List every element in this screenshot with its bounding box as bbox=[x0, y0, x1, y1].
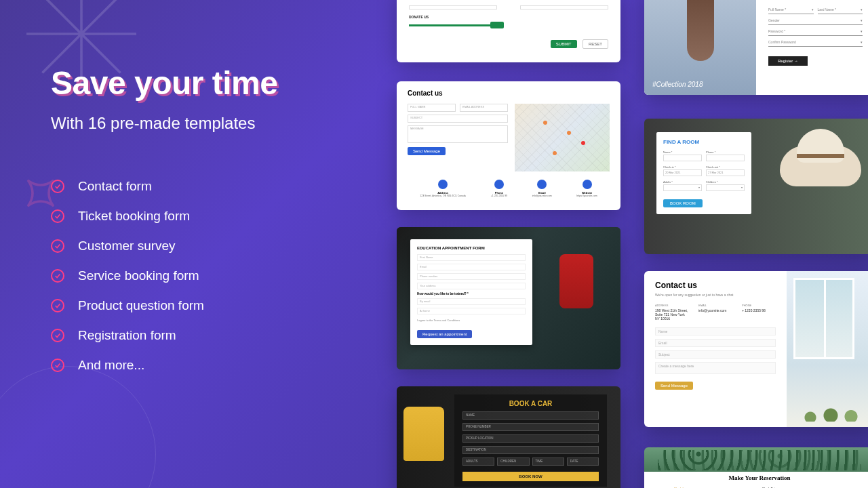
destination-input[interactable]: DESTINATION bbox=[462, 446, 599, 454]
template-contact-form-map: Contact us FULL NAMEEMAIL ADDRESS SUBJEC… bbox=[397, 81, 620, 210]
gender-field[interactable]: Gender bbox=[768, 18, 863, 25]
phone-input[interactable] bbox=[706, 155, 745, 161]
check-icon bbox=[51, 239, 64, 253]
template-contact-form-window: Contact us We're open for any suggestion… bbox=[644, 271, 868, 427]
collection-tag: #Collection 2018 bbox=[652, 81, 703, 88]
fullname-field[interactable]: Full Name * bbox=[768, 7, 814, 14]
info-phone: PHONE+ 1235 2355 98 bbox=[742, 304, 776, 321]
feature-item: And more... bbox=[51, 358, 359, 373]
book-room-button[interactable]: BOOK ROOM bbox=[663, 199, 703, 207]
find-room-title: FIND A ROOM bbox=[663, 139, 745, 145]
subject-input[interactable]: Subject bbox=[655, 350, 776, 359]
book-now-button[interactable]: BOOK NOW bbox=[462, 472, 599, 481]
pickup-input[interactable]: PICKUP LOCATION bbox=[462, 434, 599, 443]
window-photo bbox=[787, 271, 868, 427]
phone-icon bbox=[494, 180, 504, 189]
template-book-car: BOOK A CAR NAME PHONE NUMBER PICKUP LOCA… bbox=[397, 386, 620, 488]
feature-label: And more... bbox=[78, 358, 144, 373]
payable-input[interactable] bbox=[520, 5, 608, 9]
subject-input[interactable]: SUBJECT bbox=[408, 115, 508, 123]
checkout-input[interactable]: 27 Mar 2021 bbox=[706, 169, 745, 176]
contact-map[interactable] bbox=[515, 104, 610, 171]
reset-button[interactable]: RESET bbox=[583, 39, 608, 49]
registration-photo: #Collection 2018 bbox=[644, 0, 756, 95]
feature-label: Contact form bbox=[78, 179, 152, 194]
appointment-title: EDUCATION APPOINTMENT FORM bbox=[417, 246, 526, 250]
car-date-select[interactable]: DATE bbox=[567, 458, 599, 466]
car-name-input[interactable]: NAME bbox=[462, 411, 599, 420]
page-subheadline: With 16 pre-made templates bbox=[51, 114, 359, 133]
feature-label: Product question form bbox=[78, 298, 204, 313]
send-message-button[interactable]: Send Message bbox=[655, 382, 693, 390]
option-home[interactable]: At home bbox=[417, 308, 526, 314]
register-button[interactable]: Register → bbox=[768, 56, 808, 66]
training-question: How would you like to be trained? * bbox=[417, 292, 526, 296]
message-input[interactable]: Create a message here bbox=[655, 362, 776, 374]
feature-item: Service booking form bbox=[51, 268, 359, 283]
phone-input[interactable] bbox=[409, 5, 497, 9]
email-input[interactable]: Email bbox=[417, 264, 526, 270]
car-children-select[interactable]: CHILDREN bbox=[497, 458, 529, 466]
name-input[interactable] bbox=[663, 155, 702, 161]
feature-item: Contact form bbox=[51, 179, 359, 194]
reservation-title: Make Your Reservation bbox=[671, 474, 848, 481]
feature-item: Ticket booking form bbox=[51, 209, 359, 224]
send-message-button[interactable]: Send Message bbox=[408, 147, 446, 155]
location-icon bbox=[438, 180, 448, 189]
contact-email: Emailinfo@yoursite.com bbox=[532, 180, 552, 197]
car-phone-input[interactable]: PHONE NUMBER bbox=[462, 423, 599, 431]
check-icon bbox=[51, 359, 64, 372]
fullname-input[interactable]: FULL NAME bbox=[408, 104, 456, 112]
contact-subtitle: We're open for any suggestion or just to… bbox=[655, 293, 776, 297]
donation-slider[interactable] bbox=[409, 24, 504, 26]
page-headline: Save your time bbox=[51, 64, 359, 102]
check-icon bbox=[51, 299, 64, 312]
car-time-select[interactable]: TIME bbox=[532, 458, 564, 466]
check-icon bbox=[51, 329, 64, 342]
message-input[interactable]: MESSAGE bbox=[408, 125, 508, 143]
phone-input[interactable]: Phone number bbox=[417, 273, 526, 280]
contact-title: Contact us bbox=[408, 89, 610, 97]
feature-item: Registration form bbox=[51, 328, 359, 343]
palm-photo bbox=[658, 450, 861, 470]
request-appointment-button[interactable]: Request an appointment bbox=[417, 330, 472, 338]
contact-website: Websitehttps://yoursite.com bbox=[576, 180, 597, 197]
template-find-room: FIND A ROOM Name *Phone * Check-in *20 M… bbox=[644, 119, 868, 254]
check-icon bbox=[51, 180, 64, 193]
features-list: Contact form Ticket booking form Custome… bbox=[51, 179, 359, 373]
feature-item: Customer survey bbox=[51, 239, 359, 253]
children-select[interactable] bbox=[706, 184, 745, 191]
book-car-title: BOOK A CAR bbox=[462, 400, 599, 407]
email-icon bbox=[537, 180, 547, 189]
template-registration-form: #Collection 2018 REGISTRATION FORM Full … bbox=[644, 0, 868, 95]
car-adults-select[interactable]: ADULTS bbox=[462, 458, 494, 466]
info-email: EMAILinfo@yoursite.com bbox=[698, 304, 732, 321]
template-reservation: Make Your Reservation Check InCheck Out … bbox=[644, 447, 868, 488]
password-field[interactable]: Password * bbox=[768, 29, 863, 36]
submit-button[interactable]: SUBMIT bbox=[551, 40, 577, 48]
confirm-password-field[interactable]: Confirm Password bbox=[768, 40, 863, 47]
option-email[interactable]: By email bbox=[417, 298, 526, 305]
lastname-field[interactable]: Last Name * bbox=[818, 7, 863, 14]
tab-checkin[interactable]: Check In bbox=[671, 485, 760, 488]
feature-item: Product question form bbox=[51, 298, 359, 313]
contact-phone: Phone+1 235 2355 99 bbox=[491, 180, 507, 197]
donate-label: DONATE US bbox=[409, 15, 608, 19]
taxi-photo bbox=[403, 407, 444, 461]
name-input[interactable]: Name bbox=[655, 327, 776, 336]
feature-label: Ticket booking form bbox=[78, 209, 190, 224]
email-input[interactable]: EMAIL ADDRESS bbox=[460, 104, 508, 112]
checkin-input[interactable]: 20 Mar 2021 bbox=[663, 169, 702, 176]
info-address: ADDRESS198 West 21th Street, Suite 721 N… bbox=[655, 304, 689, 321]
email-input[interactable]: Email bbox=[655, 339, 776, 347]
template-donation-form: PHONE NUMBER *PAYABLE AT DONATE US SUBMI… bbox=[397, 0, 620, 62]
feature-label: Customer survey bbox=[78, 239, 176, 253]
address-input[interactable]: Your address bbox=[417, 283, 526, 289]
adults-select[interactable] bbox=[663, 184, 702, 191]
left-panel: Save your time With 16 pre-made template… bbox=[0, 0, 380, 488]
terms-checkbox[interactable]: I agree to the Terms and Conditions bbox=[417, 319, 526, 322]
firstname-input[interactable]: First Name bbox=[417, 254, 526, 261]
tab-checkout[interactable]: Check Out bbox=[760, 485, 848, 488]
contact-title: Contact us bbox=[655, 281, 776, 290]
template-education-appointment: EDUCATION APPOINTMENT FORM First Name Em… bbox=[397, 227, 620, 369]
